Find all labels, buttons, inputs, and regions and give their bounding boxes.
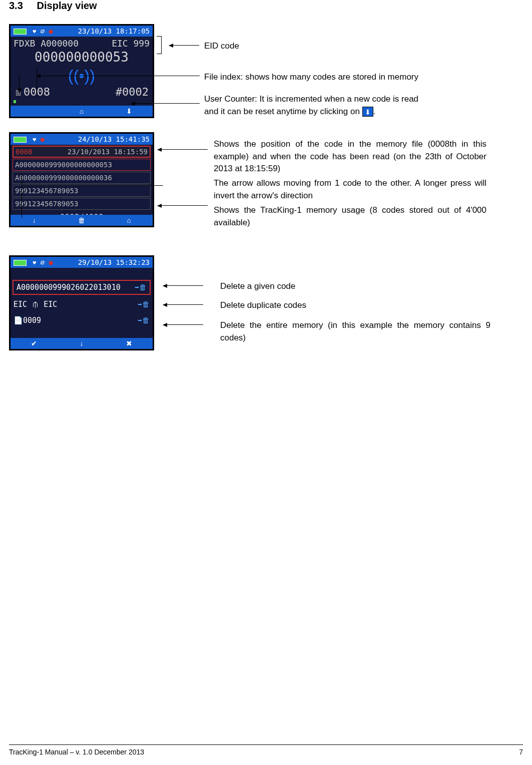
arrow-del-dup [163, 304, 203, 305]
record-icon: ● [41, 135, 45, 143]
arrow-position [158, 149, 208, 150]
label-del-all: Delete the entire memory (in this exampl… [220, 319, 490, 344]
code-row[interactable]: 999123456789053 [13, 198, 151, 210]
download-icon[interactable]: ⬇ [105, 106, 153, 117]
battery-icon [14, 137, 27, 143]
record-icon: ● [49, 27, 53, 35]
section-title: Display view [37, 0, 97, 11]
callout-arrow-nav [22, 173, 22, 218]
arrow-down-icon[interactable]: ↓ [58, 338, 106, 349]
bracket-eid [157, 36, 162, 54]
status-bar-2: ♥ ● 24/10/13 15:41:35 [11, 134, 153, 145]
section-number: 3.3 [9, 0, 34, 12]
delete-single-code: A0000000999026022013010 [17, 283, 121, 292]
code-row[interactable]: A0000000999000000000036 [13, 172, 151, 184]
arrow-del-all [163, 324, 203, 325]
bt-icon: ⌀ [41, 258, 45, 266]
bottom-bar-3: ✔ ↓ ✖ [11, 338, 153, 349]
delete-single-row[interactable]: A0000000999026022013010 ➡🗑 [13, 280, 151, 295]
arrow-trash-icon: ➡🗑 [135, 283, 147, 292]
selected-code-row[interactable]: 0008 23/10/2013 18:15:59 [13, 146, 151, 158]
battery-icon [14, 260, 27, 266]
arrow-del-single [163, 285, 203, 286]
status-icons-3: ♥ ⌀ ● [14, 258, 53, 266]
bottom-bar: ⌂ ⬇ [11, 106, 153, 117]
screenshot-delete-view: ♥ ⌀ ● 29/10/13 15:32:23 A000000099902602… [9, 255, 154, 350]
label-del-dup: Delete duplicate codes [220, 299, 306, 312]
fdxb-label: FDXB A000000 [14, 38, 79, 49]
status-datetime-2: 24/10/13 15:41:35 [78, 135, 150, 143]
label-usage: Shows the TracKing-1 memory usage (8 cod… [214, 204, 486, 229]
delete-duplicate-label: EIC ⫛ EIC [14, 300, 57, 309]
arrow-trash-icon: ➡🗑 [138, 300, 150, 309]
arrow-trash-icon: ➡🗑 [138, 316, 150, 325]
heart-icon: ♥ [33, 29, 36, 35]
arrow-usage [158, 205, 208, 206]
delete-all-label: 📄0009 [14, 316, 41, 325]
home-icon[interactable]: ⌂ [58, 106, 106, 117]
home-icon[interactable]: ⌂ [105, 215, 153, 226]
delete-all-row[interactable]: 📄0009 ➡🗑 [11, 314, 153, 327]
callout-h-arrow-nav [22, 185, 163, 186]
label-del-single: Delete a given code [220, 280, 295, 293]
label-arrow-nav: The arrow allows moving from 1 code to t… [214, 177, 486, 202]
battery-icon [14, 29, 27, 35]
label-position: Shows the position of the code in the me… [214, 138, 486, 175]
label-usercounter: User Counter: It is incremented when a n… [204, 93, 484, 118]
eid-code-number: 000000000053 [11, 49, 153, 66]
selected-index: 0008 [16, 148, 33, 156]
record-icon: ● [49, 258, 53, 266]
footer-left: TracKing-1 Manual – v. 1.0 December 2013 [9, 748, 144, 756]
confirm-icon[interactable]: ✔ [11, 338, 58, 349]
status-datetime-3: 29/10/13 15:32:23 [78, 258, 150, 266]
code-row[interactable]: A0000000999000000000053 [13, 159, 151, 171]
status-datetime: 23/10/13 18:17:05 [78, 27, 150, 35]
arrow-down-icon[interactable]: ↓ [11, 215, 58, 226]
cancel-icon[interactable]: ✖ [105, 338, 153, 349]
heart-icon: ♥ [33, 260, 36, 266]
section-heading: 3.3 Display view [9, 0, 97, 12]
file-icon: 📄 [14, 316, 23, 325]
callout-line-fileindex [37, 68, 37, 93]
bottom-bar-2: ↓ 🗑 ⌂ [11, 215, 153, 226]
bt-icon: ⌀ [41, 27, 45, 35]
user-counter: #0002 [116, 86, 149, 98]
status-bar-3: ♥ ⌀ ● 29/10/13 15:32:23 [11, 257, 153, 268]
eic-label: EIC 999 [112, 38, 150, 49]
bottom-blank[interactable] [11, 106, 58, 117]
page-footer: TracKing-1 Manual – v. 1.0 December 2013… [9, 744, 523, 756]
arrow-fileindex [37, 76, 200, 76]
delete-duplicate-row[interactable]: EIC ⫛ EIC ➡🗑 [11, 298, 153, 311]
arrow-usercounter [131, 103, 200, 104]
heart-icon: ♥ [33, 137, 36, 143]
arrow-fileindex-down [19, 75, 20, 93]
counters-row: 🗎0008 #0002 [11, 86, 153, 100]
progress-bar [14, 100, 16, 103]
eid-row: FDXB A000000 EIC 999 [11, 37, 153, 49]
download-inline-icon: ⬇ [362, 107, 373, 117]
selected-timestamp: 23/10/2013 18:15:59 [68, 148, 148, 156]
label-fileindex: File index: shows how many codes are sto… [204, 71, 418, 84]
page-number: 7 [519, 748, 523, 756]
status-icons: ♥ ⌀ ● [14, 27, 53, 35]
code-row[interactable]: 999123456789053 [13, 185, 151, 197]
status-bar: ♥ ⌀ ● 23/10/13 18:17:05 [11, 26, 153, 37]
status-icons-2: ♥ ● [14, 135, 45, 143]
trash-icon[interactable]: 🗑 [58, 215, 106, 226]
arrow-eid [169, 45, 199, 46]
screenshot-memory-list: ♥ ● 24/10/13 15:41:35 0008 23/10/2013 18… [9, 132, 154, 227]
label-eid: EID code [204, 40, 239, 53]
